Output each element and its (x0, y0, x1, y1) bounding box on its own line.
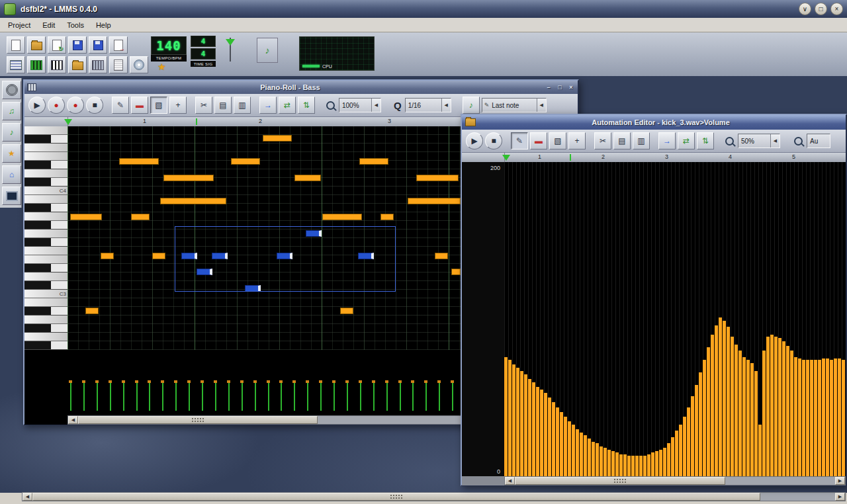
automation-bar[interactable] (691, 396, 694, 476)
scroll-left-button[interactable]: ◀ (68, 416, 78, 424)
note[interactable] (160, 198, 226, 204)
menu-item-edit[interactable]: Edit (42, 21, 55, 29)
note[interactable] (322, 214, 362, 220)
automation-bar[interactable] (671, 437, 674, 476)
scroll-left-button[interactable]: ◀ (505, 477, 515, 485)
automation-bar[interactable] (631, 456, 635, 476)
erase-button[interactable]: ▬ (530, 132, 547, 149)
favorites-button[interactable]: ★ (2, 144, 21, 163)
velocity-line[interactable] (400, 381, 401, 411)
black-key[interactable] (24, 281, 67, 290)
velocity-line[interactable] (360, 381, 361, 411)
automation-bar[interactable] (802, 360, 805, 476)
automation-bar[interactable] (750, 363, 754, 476)
automation-bar[interactable] (758, 425, 762, 476)
piano-roll-titlebar[interactable]: Piano-Roll - Bass – □ × (24, 81, 578, 94)
pr-q-dropdown[interactable]: 1/16◀ (405, 98, 451, 112)
white-key[interactable] (24, 169, 67, 178)
fx-mixer-button[interactable] (89, 56, 107, 73)
automation-bar[interactable] (814, 360, 817, 476)
velocity-line[interactable] (162, 381, 163, 411)
cut-button[interactable]: ✂ (594, 132, 611, 149)
note[interactable] (85, 308, 99, 314)
automation-bar[interactable] (746, 360, 750, 476)
velocity-line[interactable] (70, 381, 71, 411)
master-volume-slider[interactable] (226, 38, 235, 62)
scroll-track[interactable] (515, 477, 835, 485)
automation-bar[interactable] (830, 360, 833, 476)
dropdown-arrow-icon[interactable]: ◀ (770, 134, 780, 147)
automation-bar[interactable] (842, 360, 845, 476)
stop-button[interactable]: ■ (86, 97, 103, 114)
erase-button[interactable]: ▬ (131, 97, 148, 114)
flipx-button[interactable]: ⇄ (279, 97, 296, 114)
song-editor-button[interactable] (7, 56, 25, 73)
automation-bar[interactable] (512, 364, 515, 476)
copy-button[interactable]: ▤ (214, 97, 232, 114)
dropdown-arrow-icon[interactable]: ◀ (371, 99, 380, 112)
playhead-marker[interactable] (502, 155, 510, 161)
velocity-line[interactable] (294, 381, 295, 411)
black-key[interactable] (24, 221, 67, 230)
note[interactable] (294, 175, 321, 181)
automation-bar[interactable] (607, 450, 611, 476)
automation-bar[interactable] (826, 358, 829, 476)
velocity-line[interactable] (255, 381, 256, 411)
note[interactable] (119, 158, 159, 165)
velocity-line[interactable] (268, 381, 269, 411)
black-key[interactable] (24, 341, 67, 350)
automation-bar[interactable] (715, 325, 718, 476)
automation-bar[interactable] (544, 393, 547, 476)
automation-bar[interactable] (774, 337, 778, 476)
instruments-button[interactable] (2, 81, 21, 99)
scroll-right-button[interactable]: ▶ (835, 477, 845, 485)
play-button[interactable]: ▶ (28, 97, 46, 114)
automation-bar[interactable] (623, 454, 627, 476)
black-key[interactable] (24, 307, 67, 315)
black-key[interactable] (24, 324, 67, 333)
workspace-hscrollbar[interactable]: ◀ ▶ (22, 492, 846, 501)
automation-bar[interactable] (810, 360, 813, 476)
automation-bar[interactable] (735, 345, 738, 477)
white-key[interactable]: C4 (24, 187, 67, 195)
velocity-line[interactable] (281, 381, 282, 411)
automation-bar[interactable] (532, 382, 535, 477)
automation-titlebar[interactable]: Automation Editor - kick_3.wav>Volume (462, 115, 846, 130)
note[interactable] (70, 214, 102, 220)
noteicon-button[interactable]: ♪ (463, 97, 480, 114)
automation-bar[interactable] (592, 442, 595, 476)
white-key[interactable] (24, 144, 67, 152)
velocity-line[interactable] (373, 381, 375, 411)
automation-bar[interactable] (806, 360, 809, 476)
velocity-line[interactable] (123, 381, 124, 411)
automation-bar[interactable] (627, 456, 631, 476)
scroll-thumb[interactable] (515, 477, 725, 485)
paste-button[interactable]: ▥ (234, 97, 251, 114)
automation-bar[interactable] (675, 431, 678, 476)
automation-bar[interactable] (635, 456, 639, 476)
black-key[interactable] (24, 264, 67, 273)
velocity-line[interactable] (215, 381, 216, 411)
copy-button[interactable]: ▤ (613, 132, 631, 149)
automation-bar[interactable] (655, 451, 658, 476)
move-button[interactable]: + (568, 132, 586, 149)
presets-button[interactable]: ♪ (2, 123, 21, 142)
master-pitch-control[interactable]: ♪ (257, 38, 278, 63)
white-key[interactable] (24, 255, 67, 264)
note[interactable] (163, 175, 214, 181)
automation-bar[interactable] (794, 357, 797, 477)
automation-bar[interactable] (647, 454, 650, 476)
fwd-button[interactable]: → (259, 97, 277, 114)
velocity-line[interactable] (439, 381, 440, 411)
velocity-line[interactable] (334, 381, 335, 411)
new-project-button[interactable] (7, 36, 25, 54)
draw-button[interactable]: ✎ (511, 132, 528, 149)
scroll-thumb[interactable] (32, 493, 760, 501)
velocity-line[interactable] (149, 381, 150, 411)
automation-bar[interactable] (552, 402, 555, 476)
ae-zoom-dropdown[interactable]: 50%◀ (738, 134, 780, 148)
ae-partial-dropdown[interactable]: Au◀ (807, 134, 830, 148)
automation-bar[interactable] (643, 456, 646, 476)
paste-button[interactable]: ▥ (633, 132, 650, 149)
automation-bar[interactable] (778, 338, 781, 476)
